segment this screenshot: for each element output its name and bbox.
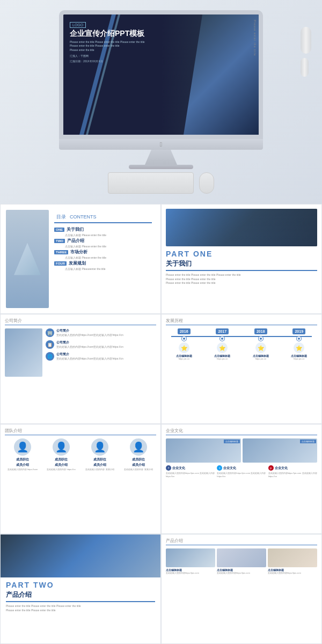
product-img-1 [166, 548, 215, 567]
ci-text-4: 发展规划 [69, 260, 86, 266]
slide-culture: 企业文化 点击编辑标题 点击编辑标题 f 企业文化 至此处输入您的内容https… [161, 424, 322, 534]
team-row: 👤 成员职位 成员介绍 至此处输入您的内容 https://com 👤 成员职位… [5, 438, 156, 471]
culture-title-3: 企业文化 [275, 466, 288, 471]
culture-platform-1: f 企业文化 [166, 465, 215, 471]
company-content-3: 公司简介 至此处输入您的内容https://com至此处输入内容https://… [56, 352, 156, 361]
company-title-3: 公司简介 [56, 352, 156, 357]
team-section-title: 团队介绍 [5, 428, 156, 435]
company-icon-1: 🏢 [46, 328, 54, 337]
team-member-2: 👤 成员职位 成员介绍 至此处输入您的内容 https://cn [43, 438, 79, 471]
company-body-1: 至此处输入您的内容https://com至此处输入内容https://cn [56, 333, 156, 337]
contents-main-title: 目录 [56, 214, 66, 219]
product-img-3 [268, 548, 317, 567]
part-two-image [1, 535, 160, 577]
cylinder-tall [301, 27, 311, 54]
culture-platform-3: p 企业文化 [268, 465, 317, 471]
company-item-2: 📋 公司简介 至此处输入您的内容https://com至此处输入内容https:… [46, 340, 156, 349]
slides-grid: 目录 CONTENTS ONE 关于我们 点击输入标题 Please enter… [0, 204, 322, 644]
slide-team: 团队介绍 👤 成员职位 成员介绍 至此处输入您的内容 https://com 👤… [0, 424, 161, 534]
culture-img-1: 点击编辑标题 [166, 438, 241, 463]
slide-logo: LOGO [70, 22, 86, 28]
ci-num-1: ONE [54, 228, 64, 232]
culture-img-2: 点击编辑标题 [243, 438, 318, 463]
culture-images: 点击编辑标题 点击编辑标题 [166, 438, 317, 463]
slide-company: 公司简介 🏢 公司简介 至此处输入您的内容https://com至此处输入内容h… [0, 314, 161, 424]
ci-sub-2: 点击输入标题 Please enter the title [65, 245, 152, 248]
culture-item-3: p 企业文化 至此处输入您的内容https://pic.com 至此处输入内容h… [268, 465, 317, 478]
contents-image-left [6, 210, 49, 308]
member-avatar-3: 👤 [91, 438, 108, 456]
product-img-2 [217, 548, 266, 567]
keyboard-row [108, 172, 214, 194]
tl-year-3: 2018 [254, 328, 267, 334]
history-section-title: 发展历程 [166, 318, 317, 325]
imac-display: LOGO 企业宣传介绍PPT模板 Please enter the title … [63, 14, 259, 135]
slide-part-two: PART TWO 产品介绍 Please enter the title Ple… [0, 534, 161, 644]
tl-sub-4: https pic.cn [294, 357, 304, 360]
culture-title-1: 企业文化 [172, 466, 185, 471]
part-one-label: PART ONE [166, 250, 317, 258]
part-two-desc-1: Please enter the title Please enter the … [6, 604, 155, 609]
ci-sub-4: 点击输入标题 Pleaseenter the title [65, 267, 152, 270]
company-section-title: 公司简介 [5, 318, 156, 325]
slide-contents: 目录 CONTENTS ONE 关于我们 点击输入标题 Please enter… [0, 204, 161, 314]
avatar-icon-1: 👤 [17, 441, 28, 453]
culture-desc-3: 至此处输入您的内容https://pic.com 至此处输入内容https://… [268, 472, 317, 478]
part-one-image [166, 209, 317, 246]
apple-logo-icon:  [160, 141, 162, 148]
culture-img-label-1: 点击编辑标题 [224, 440, 240, 443]
culture-items-row: f 企业文化 至此处输入您的内容https://pic.com 至此处输入内容h… [166, 465, 317, 478]
contents-subtitle: CONTENTS [70, 214, 97, 219]
culture-item-1: f 企业文化 至此处输入您的内容https://pic.com 至此处输入内容h… [166, 465, 215, 478]
culture-desc-2: 至此处输入您的内容https://pic.com 至此处输入内容https://… [217, 472, 266, 478]
tl-year-2: 2017 [216, 328, 229, 334]
slide-subtitle-3: Please enter the title [70, 48, 252, 53]
member-desc-1: 至此处输入您的内容 https://com [8, 468, 38, 471]
product-desc-2: 至此处输入您的内容https://pic.com [217, 572, 266, 574]
member-role-3: 成员职位 [93, 457, 106, 462]
avatar-icon-2: 👤 [55, 441, 67, 453]
imac-stand [145, 150, 177, 165]
tl-icon-2: ⭐ [217, 342, 228, 353]
slide-date: 汇报日期：201X年XX月X日 [70, 60, 252, 63]
side-decorations [301, 27, 311, 77]
company-icon-2: 📋 [46, 340, 54, 349]
city-overlay [166, 209, 317, 246]
part-one-title: 关于我们 [166, 259, 317, 271]
imac-screen: LOGO 企业宣传介绍PPT模板 Please enter the title … [59, 10, 263, 139]
team-member-3: 👤 成员职位 成员介绍 至此处输入您的内容 发展介绍 [82, 438, 118, 471]
contents-title: 目录 CONTENTS [54, 213, 152, 223]
slide-subtitle-2: Please enter the title Please enter the … [70, 44, 252, 48]
product-desc-1: 至此处输入您的内容https://pic.com [166, 572, 215, 574]
slide-products: 产品介绍 点击编辑标题 至此处输入您的内容https://pic.com 点击编… [161, 534, 322, 644]
tl-year-1: 2016 [178, 328, 191, 334]
ci-text-3: 市场分析 [70, 249, 87, 255]
slide-subtitle-1: Please enter the title Please enter the … [70, 40, 252, 45]
imac-hero-section: LOGO 企业宣传介绍PPT模板 Please enter the title … [0, 0, 322, 204]
tl-sub-2: https pic.cn [217, 357, 228, 360]
member-avatar-4: 👤 [130, 438, 147, 456]
company-icon-3: 🌐 [46, 352, 54, 361]
member-desc-4: 至此处输入您的内容 发展介绍 [124, 468, 152, 471]
team-member-1: 👤 成员职位 成员介绍 至此处输入您的内容 https://com [5, 438, 40, 471]
ci-num-3: THREE [54, 250, 68, 254]
product-item-3: 点击编辑标题 至此处输入您的内容https://pic.com [268, 548, 317, 574]
member-desc-2: 至此处输入您的内容 https://cn [47, 468, 75, 471]
imac-base [129, 165, 193, 169]
imac-wrapper: LOGO 企业宣传介绍PPT模板 Please enter the title … [59, 10, 263, 194]
pinterest-icon: p [268, 465, 274, 471]
company-content-2: 公司简介 至此处输入您的内容https://com至此处输入内容https://… [56, 340, 156, 349]
member-avatar-1: 👤 [14, 438, 31, 456]
tl-item-1: 2016 ⭐ 点击编辑标题 https pic.cn [166, 328, 202, 360]
slide-part-one: PART ONE 关于我们 Please enter the title Ple… [161, 204, 322, 314]
contents-item-3: THREE 市场分析 [54, 249, 152, 255]
timeline-row: 2016 ⭐ 点击编辑标题 https pic.cn 2017 ⭐ 点击编辑标题… [166, 328, 317, 360]
contents-item-4: FOUR 发展规划 [54, 260, 152, 266]
tl-dot-3 [259, 336, 263, 341]
part-two-desc-2: Please enter the title Please enter the … [6, 609, 155, 613]
tl-dot-1 [182, 336, 186, 341]
avatar-icon-4: 👤 [133, 441, 144, 453]
culture-title-2: 企业文化 [223, 466, 236, 471]
tl-dot-2 [220, 336, 224, 341]
member-role-4: 成员职位 [132, 457, 145, 462]
